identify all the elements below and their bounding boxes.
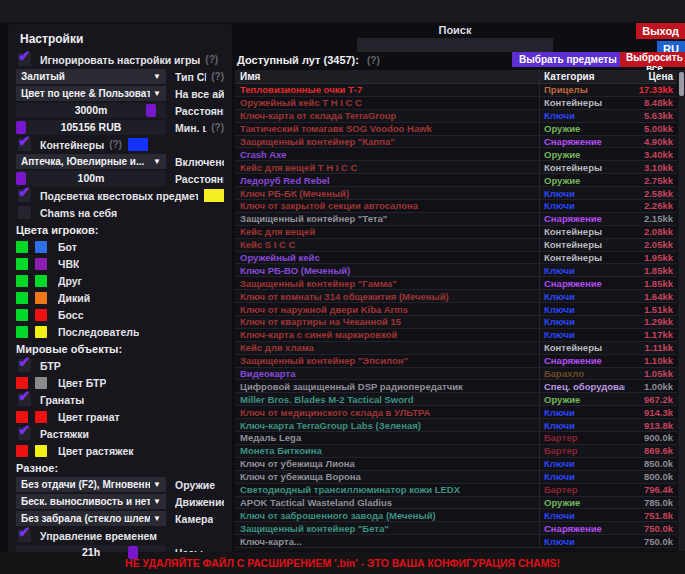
color-swatch[interactable]: [128, 138, 148, 151]
table-row[interactable]: Защищенный контейнер "Эпсилон"Снаряжение…: [235, 355, 677, 368]
column-header-category[interactable]: Категория: [539, 70, 625, 83]
table-row[interactable]: Защищенный контейнер "Тета"Снаряжение2.1…: [235, 213, 677, 226]
table-row[interactable]: Ключ от наружной двери Kiba ArmsКлючи1.5…: [235, 303, 677, 316]
checkbox[interactable]: ✔: [18, 53, 31, 66]
table-row[interactable]: Кейс для вещей Т Н I С СКонтейнеры3.10kk: [235, 161, 677, 174]
color-swatch[interactable]: [16, 326, 28, 338]
slider[interactable]: 105156 RUB: [16, 120, 166, 135]
table-row[interactable]: Тактический томагавк SOG Voodoo HawkОруж…: [235, 123, 677, 136]
table-row[interactable]: Ключ от закрытой секции автосалонаКлючи2…: [235, 200, 677, 213]
table-row[interactable]: Ключ от медицинского склада в УЛЬТРАКлюч…: [235, 406, 677, 419]
drop-all-button[interactable]: Выбросить все: [620, 52, 685, 67]
slider[interactable]: 100m: [16, 171, 166, 186]
item-price: 751.8k: [625, 510, 677, 521]
color-swatch[interactable]: [35, 258, 47, 270]
checkbox[interactable]: ✔: [18, 529, 31, 542]
table-row[interactable]: Ключ РБ-БК (Меченый)Ключи2.58kk: [235, 187, 677, 200]
table-row[interactable]: Оружейный кейс Т Н I С СКонтейнеры8.48kk: [235, 97, 677, 110]
title-bar: [0, 0, 685, 22]
table-row[interactable]: Защищенный контейнер "Бета"Снаряжение750…: [235, 522, 677, 535]
item-category: Ключи: [539, 110, 625, 122]
table-row[interactable]: Светодиодный трансиллюминатор кожи LEDXБ…: [235, 484, 677, 497]
loot-scrollbar-thumb[interactable]: [679, 72, 684, 96]
dropdown[interactable]: Цвет по цене & Пользователь▼: [16, 86, 166, 101]
table-row[interactable]: Ключ-карта от склада TerraGroupКлючи5.63…: [235, 110, 677, 123]
table-row[interactable]: Ледоруб Red RebelОружие2.75kk: [235, 174, 677, 187]
table-row[interactable]: Монета БиткоинаБартер869.6k: [235, 445, 677, 458]
color-swatch[interactable]: [16, 309, 28, 321]
color-swatch[interactable]: [204, 189, 224, 202]
check-icon: ✔: [18, 524, 31, 539]
color-swatch[interactable]: [35, 377, 47, 389]
color-swatch[interactable]: [35, 411, 47, 423]
table-row[interactable]: Ключ от заброшенного завода (Меченый)Клю…: [235, 509, 677, 522]
dropdown[interactable]: Без забрала (стекло шлема)▼: [16, 511, 166, 526]
slider[interactable]: 21h: [16, 545, 166, 560]
item-category: Барахло: [539, 368, 625, 380]
checkbox[interactable]: [18, 206, 31, 219]
search-input[interactable]: [357, 38, 553, 52]
settings-row-26: Беск. выносливость и нет уста▼Движение: [16, 494, 224, 509]
table-row[interactable]: Кейс для вещейКонтейнеры2.08kk: [235, 226, 677, 239]
table-row[interactable]: Ключ от убежища ВоронаКлючи800.0k: [235, 471, 677, 484]
table-row[interactable]: Miller Bros. Blades M-2 Tactical SwordОр…: [235, 393, 677, 406]
table-row[interactable]: APOK Tactical Wasteland GladiusОружие785…: [235, 497, 677, 510]
table-row[interactable]: Оружейный кейсКонтейнеры1.95kk: [235, 252, 677, 265]
table-row[interactable]: ВидеокартаБарахло1.05kk: [235, 368, 677, 381]
item-name: Тепловизионные очки Т-7: [235, 84, 539, 95]
table-row[interactable]: Кейс для хламаКонтейнеры1.11kk: [235, 342, 677, 355]
checkbox-label: Chams на себя: [40, 207, 117, 219]
table-row[interactable]: Тепловизионные очки Т-7Прицелы17.33kk: [235, 84, 677, 97]
table-row[interactable]: Медаль LegaБартер900.0k: [235, 432, 677, 445]
item-category: Прицелы: [539, 84, 625, 96]
table-row[interactable]: Ключ-карта с синей маркировкойКлючи1.17k…: [235, 329, 677, 342]
item-category: Спец. оборудование: [539, 380, 625, 392]
dropdown-ctrl: Залитый▼: [16, 69, 166, 84]
exit-button[interactable]: Выход: [636, 23, 685, 39]
color-swatch[interactable]: [16, 258, 28, 270]
item-price: 796.4k: [625, 484, 677, 495]
color-swatch[interactable]: [16, 292, 28, 304]
color-swatch[interactable]: [35, 309, 47, 321]
color-swatch[interactable]: [35, 445, 47, 457]
table-row[interactable]: Защищенный контейнер "Каппа"Снаряжение4.…: [235, 136, 677, 149]
loot-scrollbar[interactable]: [678, 70, 685, 551]
color-swatch[interactable]: [35, 326, 47, 338]
table-row[interactable]: Ключ-карта TerraGroup Labs (Зеленая)Ключ…: [235, 419, 677, 432]
color-swatch[interactable]: [35, 292, 47, 304]
item-price: 850.0k: [625, 458, 677, 469]
item-name: Miller Bros. Blades M-2 Tactical Sword: [235, 394, 539, 405]
settings-title: Настройки: [20, 32, 224, 46]
dropdown-ctrl: Без забрала (стекло шлема)▼: [16, 511, 166, 526]
checkbox[interactable]: ✔: [18, 393, 31, 406]
checkbox[interactable]: ✔: [18, 359, 31, 372]
item-category: Ключи: [539, 419, 625, 431]
column-header-price[interactable]: Цена: [625, 71, 677, 82]
item-price: 2.05kk: [625, 239, 677, 250]
column-header-name[interactable]: Имя: [235, 71, 539, 82]
color-swatch[interactable]: [16, 445, 28, 457]
table-row[interactable]: Кейс S I C CКонтейнеры2.05kk: [235, 239, 677, 252]
table-row[interactable]: Ключ РБ-ВО (Меченый)Ключи1.85kk: [235, 264, 677, 277]
color-swatch[interactable]: [35, 275, 47, 287]
color-swatch[interactable]: [35, 241, 47, 253]
table-row[interactable]: Ключ-карта...Ключи750.0k: [235, 535, 677, 548]
checkbox[interactable]: ✔: [18, 189, 31, 202]
item-price: 1.10kk: [625, 355, 677, 366]
table-row[interactable]: Ключ от квартиры на Чеканной 15Ключи1.29…: [235, 316, 677, 329]
table-row[interactable]: Crash AxeОружие3.40kk: [235, 148, 677, 161]
table-row[interactable]: Цифровой защищенный DSP радиопередатчикС…: [235, 380, 677, 393]
checkbox[interactable]: ✔: [18, 427, 31, 440]
table-row[interactable]: Ключ от убежища ЛионаКлючи850.0k: [235, 458, 677, 471]
dropdown[interactable]: Без отдачи (F2), Мгновенное п▼: [16, 477, 166, 492]
color-swatch[interactable]: [16, 275, 28, 287]
table-row[interactable]: Защищенный контейнер "Гамма"Снаряжение1.…: [235, 277, 677, 290]
color-swatch[interactable]: [16, 241, 28, 253]
checkbox[interactable]: ✔: [18, 138, 31, 151]
dropdown[interactable]: Аптечка, Ювелирные и...▼: [16, 154, 166, 169]
table-row[interactable]: Ключ от комнаты 314 общежития (Меченый)К…: [235, 290, 677, 303]
help-icon: (?): [205, 54, 218, 65]
dropdown[interactable]: Беск. выносливость и нет уста▼: [16, 494, 166, 509]
slider[interactable]: 3000m: [16, 103, 166, 118]
dropdown[interactable]: Залитый▼: [16, 69, 166, 84]
